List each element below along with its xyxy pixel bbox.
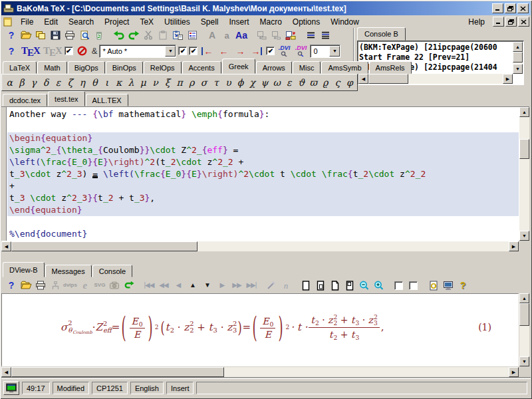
console-vscroll-thumb[interactable] xyxy=(513,52,523,63)
panel-tab[interactable]: Console xyxy=(92,265,132,277)
editor-vscroll-thumb[interactable] xyxy=(519,139,529,159)
fast-next-button[interactable]: ▶▶ xyxy=(230,279,243,292)
code-line[interactable]: + xyxy=(7,180,519,192)
last-page-button[interactable]: ▶▶| xyxy=(245,279,258,292)
save-button[interactable] xyxy=(49,29,62,42)
menu-item[interactable]: Utilities xyxy=(159,17,196,27)
export-gray2-button[interactable] xyxy=(269,29,283,42)
minimize-button[interactable] xyxy=(492,3,503,13)
greek-letter-button[interactable]: ι xyxy=(100,77,112,88)
copy-files-button[interactable] xyxy=(34,29,47,42)
up-button[interactable]: ▲ xyxy=(186,279,200,292)
menu-item[interactable]: Spell xyxy=(196,17,224,27)
greek-letter-button[interactable]: ζ xyxy=(64,77,76,88)
prev-page-button[interactable]: ◀ xyxy=(172,279,185,292)
menu-item[interactable]: TeX xyxy=(134,17,159,27)
font-Aa-button[interactable]: Aa xyxy=(235,29,248,42)
editor-hscroll-thumb[interactable] xyxy=(11,241,198,251)
greek-letter-button[interactable]: θ xyxy=(88,77,100,88)
preview-page[interactable]: σ2θCoulomb · Z2eff = (E0E)2(t2 · z22 + t… xyxy=(1,293,519,366)
symbol-tab[interactable]: BinOps xyxy=(106,61,143,74)
greek-letter-button[interactable]: χ xyxy=(247,77,259,88)
scroll-left-icon[interactable]: ◀ xyxy=(358,74,368,84)
greek-letter-button[interactable]: ψ xyxy=(259,77,271,88)
mdi-restore-button[interactable] xyxy=(505,17,517,27)
symbol-tab[interactable]: Accents xyxy=(182,61,221,74)
greek-letter-button[interactable]: α xyxy=(3,77,15,88)
check-empty1-button[interactable] xyxy=(392,279,406,292)
next-page-button[interactable]: ▶ xyxy=(215,279,229,292)
import-colored-button[interactable] xyxy=(284,29,297,42)
greek-letter-button[interactable]: π xyxy=(174,77,186,88)
symbol-tab[interactable]: Math xyxy=(37,61,66,74)
symbol-tab[interactable]: Greek xyxy=(222,59,255,74)
greek-letter-button[interactable]: ε xyxy=(283,77,295,88)
greek-letter-button[interactable]: φ xyxy=(344,77,356,88)
zoom-out-button[interactable] xyxy=(358,279,371,292)
code-line[interactable]: %\end{document} xyxy=(7,228,519,240)
greek-letter-button[interactable]: ς xyxy=(332,77,344,88)
menu-item[interactable]: Options xyxy=(287,17,325,27)
console-b-tab[interactable]: Console B xyxy=(357,27,406,41)
preview-dvi-new-button[interactable]: .DVI xyxy=(294,45,307,58)
go-prev-error-button[interactable]: ← xyxy=(217,45,230,58)
greek-letter-button[interactable]: ε xyxy=(52,77,64,88)
greek-letter-button[interactable]: λ xyxy=(125,77,137,88)
font-a-button[interactable]: a xyxy=(220,29,233,42)
page-number-combo[interactable]: 0 ▼ xyxy=(310,45,340,58)
menu-item[interactable]: File xyxy=(15,17,39,27)
doc-refresh-button[interactable] xyxy=(427,279,440,292)
format-combo[interactable]: * Auto * ▼ xyxy=(99,45,176,58)
greek-letter-button[interactable]: ξ xyxy=(162,77,174,88)
combo-dropdown-icon[interactable]: ▼ xyxy=(165,46,176,57)
menu-item-help[interactable]: Help xyxy=(463,17,490,27)
paste-special-button[interactable] xyxy=(171,29,184,42)
list-button[interactable] xyxy=(186,29,199,42)
greek-letter-button[interactable]: η xyxy=(76,77,88,88)
open-folder-button[interactable] xyxy=(19,279,33,292)
menu-item[interactable]: Search xyxy=(63,17,99,27)
greek-letter-button[interactable]: δ xyxy=(40,77,52,88)
justify-full-button[interactable] xyxy=(319,29,332,42)
panel-tab[interactable]: Messages xyxy=(45,265,92,277)
symbol-tab[interactable]: LaTeX xyxy=(3,61,37,74)
symbol-tab[interactable]: Misc xyxy=(293,61,321,74)
page-inner-button[interactable] xyxy=(314,279,327,292)
scroll-right-icon[interactable]: ▶ xyxy=(509,367,519,377)
open-folder-button[interactable] xyxy=(19,29,33,42)
tree-button[interactable] xyxy=(49,279,62,292)
dvips-button[interactable]: dvips xyxy=(63,279,77,292)
symbol-tab[interactable]: AmsSymb xyxy=(321,61,368,74)
first-page-button[interactable]: |◀◀ xyxy=(142,279,156,292)
scroll-left-icon[interactable]: ◀ xyxy=(1,241,11,251)
scroll-left-icon[interactable]: ◀ xyxy=(1,367,11,377)
mdi-minimize-button[interactable] xyxy=(493,17,504,27)
code-line[interactable]: Another way --- {\bf mathematical} \emph… xyxy=(7,108,519,120)
help-button[interactable]: ? xyxy=(5,45,18,58)
document-icon[interactable] xyxy=(3,17,13,27)
go-first-error-button[interactable]: ← xyxy=(200,45,213,58)
run-tex-disabled-button[interactable]: TEX xyxy=(43,45,62,58)
camera-button[interactable] xyxy=(108,279,121,292)
scroll-up-icon[interactable]: ▲ xyxy=(519,107,529,117)
greek-letter-button[interactable]: ϖ xyxy=(307,77,319,88)
cut-button[interactable] xyxy=(142,29,155,42)
editor-area[interactable]: Another way --- {\bf mathematical} \emph… xyxy=(1,106,529,251)
combo-dropdown-icon[interactable]: ▼ xyxy=(329,46,340,57)
wand-button[interactable] xyxy=(265,279,278,292)
scroll-right-icon[interactable]: ▶ xyxy=(503,74,513,84)
go-last-error-button[interactable]: → xyxy=(250,45,263,58)
page-corner-button[interactable] xyxy=(343,279,356,292)
scroll-up-icon[interactable]: ▲ xyxy=(519,293,529,303)
code-line[interactable]: t_3\cdot z^2_3) = \left(\frac{E_0}{E}\ri… xyxy=(7,168,519,180)
symbol-tab[interactable]: RelOps xyxy=(144,61,182,74)
greek-letter-button[interactable]: ϕ xyxy=(234,77,246,88)
undo-button[interactable] xyxy=(112,29,126,42)
restore-button[interactable] xyxy=(505,3,516,13)
print-button[interactable] xyxy=(63,29,76,42)
code-line[interactable] xyxy=(7,120,519,132)
code-line[interactable] xyxy=(7,216,519,228)
greek-letter-button[interactable]: ϑ xyxy=(295,77,307,88)
greek-letter-button[interactable]: ρ xyxy=(186,77,198,88)
svg-export-button[interactable]: SVG xyxy=(93,279,106,292)
